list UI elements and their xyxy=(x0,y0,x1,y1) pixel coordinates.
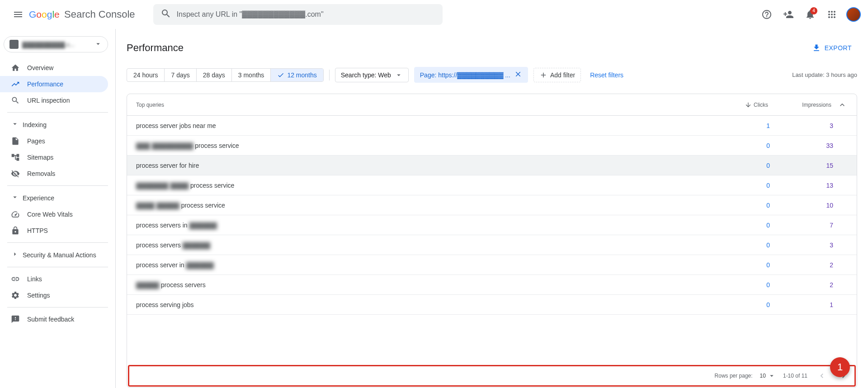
link-icon xyxy=(11,274,20,284)
users-button[interactable] xyxy=(779,5,797,24)
sidebar-item-settings[interactable]: Settings xyxy=(0,287,108,303)
sidebar: ▓▓▓▓▓▓▓▓▓▓.c... Overview Performance URL… xyxy=(0,29,116,388)
sidebar-item-feedback[interactable]: Submit feedback xyxy=(0,311,108,327)
table-row[interactable]: process serving jobs01 xyxy=(127,295,857,315)
search-type-chip[interactable]: Search type: Web xyxy=(335,68,409,82)
add-filter-label: Add filter xyxy=(550,71,575,79)
chevron-left-icon xyxy=(817,371,826,380)
check-icon xyxy=(277,71,284,79)
query-cell: process server for hire xyxy=(136,162,707,169)
table-row[interactable]: process servers in ▓▓▓▓▓▓07 xyxy=(127,215,857,235)
product-name: Search Console xyxy=(64,9,135,20)
page-filter-chip[interactable]: Page: https://▓▓▓▓▓▓▓▓▓▓ ... xyxy=(414,67,528,83)
chip-label: Search type: Web xyxy=(341,71,391,79)
table-row[interactable]: ▓▓▓▓▓ process servers02 xyxy=(127,275,857,295)
notifications-button[interactable]: 4 xyxy=(801,5,819,24)
rows-per-page-select[interactable]: 10 xyxy=(760,372,776,380)
sidebar-item-label: Pages xyxy=(27,137,45,145)
date-28-days[interactable]: 28 days xyxy=(197,69,232,81)
table-row[interactable]: process server for hire015 xyxy=(127,156,857,175)
impressions-cell: 7 xyxy=(770,222,833,229)
clicks-cell: 0 xyxy=(707,202,770,209)
search-icon xyxy=(11,96,20,105)
export-button[interactable]: EXPORT xyxy=(807,40,857,56)
clicks-cell: 0 xyxy=(707,261,770,269)
table-row[interactable]: process server in ▓▓▓▓▓▓02 xyxy=(127,255,857,275)
reset-filters-button[interactable]: Reset filters xyxy=(586,69,627,81)
table-row[interactable]: ▓▓▓▓ ▓▓▓▓▓ process service010 xyxy=(127,195,857,215)
property-selector[interactable]: ▓▓▓▓▓▓▓▓▓▓.c... xyxy=(4,36,108,52)
impressions-cell: 15 xyxy=(770,162,833,169)
sidebar-section-indexing[interactable]: Indexing xyxy=(0,116,115,133)
sidebar-item-label: HTTPS xyxy=(27,227,48,234)
prev-page-button[interactable] xyxy=(815,369,829,383)
sidebar-item-label: Core Web Vitals xyxy=(27,211,73,218)
home-icon xyxy=(11,63,20,72)
sidebar-item-label: URL inspection xyxy=(27,97,70,104)
sidebar-item-url-inspection[interactable]: URL inspection xyxy=(0,92,108,109)
table-row[interactable]: ▓▓▓ ▓▓▓▓▓▓▓▓▓ process service033 xyxy=(127,136,857,156)
date-12-months[interactable]: 12 months xyxy=(271,69,323,81)
table-row[interactable]: process servers ▓▓▓▓▓▓03 xyxy=(127,235,857,255)
chevron-down-icon xyxy=(395,71,403,79)
annotation-marker[interactable]: 1 xyxy=(830,357,850,377)
collapse-button[interactable] xyxy=(837,99,848,110)
pages-icon xyxy=(11,137,20,146)
chip-label: Page: https://▓▓▓▓▓▓▓▓▓▓ ... xyxy=(420,71,510,79)
chevron-right-icon xyxy=(11,250,19,260)
sidebar-item-pages[interactable]: Pages xyxy=(0,133,108,149)
clicks-cell: 0 xyxy=(707,241,770,249)
help-button[interactable] xyxy=(758,5,776,24)
chevron-down-icon xyxy=(94,40,102,49)
page-range-text: 1-10 of 11 xyxy=(783,373,807,379)
menu-button[interactable] xyxy=(7,4,29,25)
speed-icon xyxy=(11,210,20,219)
impressions-cell: 2 xyxy=(770,261,833,269)
query-cell: ▓▓▓▓▓▓▓ ▓▓▓▓ process service xyxy=(136,182,707,189)
remove-filter-button[interactable] xyxy=(514,70,522,80)
table-pagination: Rows per page: 10 1-10 of 11 xyxy=(128,365,856,387)
logo[interactable]: Google Search Console xyxy=(29,9,135,20)
notification-count-badge: 4 xyxy=(810,7,817,14)
add-filter-button[interactable]: Add filter xyxy=(533,68,581,82)
column-header-clicks[interactable]: Clicks xyxy=(705,101,768,109)
table-header-row: Top queries Clicks Impressions xyxy=(127,94,857,116)
google-logo-icon: Google xyxy=(29,9,62,20)
search-icon xyxy=(160,8,171,20)
sidebar-item-label: Submit feedback xyxy=(27,316,74,323)
google-apps-button[interactable] xyxy=(823,5,841,24)
sidebar-section-label: Indexing xyxy=(23,121,47,128)
column-header-query[interactable]: Top queries xyxy=(136,102,705,108)
sidebar-item-overview[interactable]: Overview xyxy=(0,60,108,76)
download-icon xyxy=(812,43,821,52)
date-range-selector: 24 hours 7 days 28 days 3 months 12 mont… xyxy=(127,68,324,82)
feedback-icon xyxy=(11,315,20,324)
chevron-down-icon xyxy=(768,372,776,380)
date-3-months[interactable]: 3 months xyxy=(232,69,271,81)
sidebar-item-performance[interactable]: Performance xyxy=(0,76,108,92)
table-row[interactable]: process server jobs near me13 xyxy=(127,116,857,136)
property-name: ▓▓▓▓▓▓▓▓▓▓.c... xyxy=(22,41,90,48)
apps-grid-icon xyxy=(826,9,837,20)
chevron-down-icon xyxy=(11,120,19,129)
query-cell: ▓▓▓ ▓▓▓▓▓▓▓▓▓ process service xyxy=(136,142,707,149)
url-inspection-input[interactable] xyxy=(177,10,435,19)
sidebar-section-security[interactable]: Security & Manual Actions xyxy=(0,246,115,263)
sidebar-item-sitemaps[interactable]: Sitemaps xyxy=(0,149,108,166)
sidebar-item-removals[interactable]: Removals xyxy=(0,166,108,182)
table-row[interactable]: ▓▓▓▓▓▓▓ ▓▓▓▓ process service013 xyxy=(127,175,857,195)
sidebar-item-label: Sitemaps xyxy=(27,154,53,161)
queries-table: Top queries Clicks Impressions process s… xyxy=(127,94,857,388)
date-7-days[interactable]: 7 days xyxy=(165,69,196,81)
sidebar-item-https[interactable]: HTTPS xyxy=(0,222,108,239)
sidebar-section-experience[interactable]: Experience xyxy=(0,189,115,206)
sidebar-item-label: Overview xyxy=(27,64,53,71)
account-avatar[interactable] xyxy=(846,7,861,22)
date-24-hours[interactable]: 24 hours xyxy=(127,69,165,81)
impressions-cell: 2 xyxy=(770,281,833,289)
chart-icon xyxy=(11,80,20,89)
url-inspection-search[interactable] xyxy=(153,4,443,25)
column-header-impressions[interactable]: Impressions xyxy=(768,102,831,108)
sidebar-item-core-web-vitals[interactable]: Core Web Vitals xyxy=(0,206,108,222)
sidebar-item-links[interactable]: Links xyxy=(0,271,108,287)
